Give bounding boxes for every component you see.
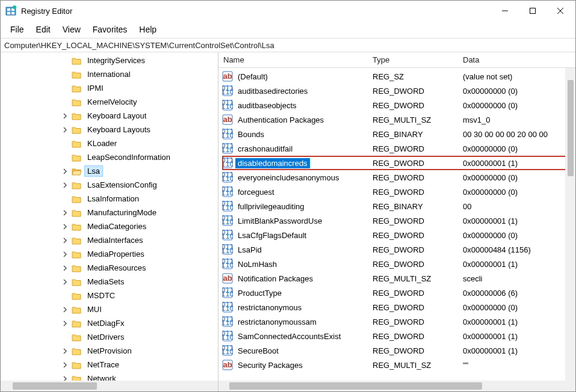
- value-row[interactable]: LsaCfgFlagsDefaultREG_DWORD0x00000000 (0…: [222, 228, 575, 242]
- expand-icon[interactable]: [61, 250, 69, 259]
- expand-icon[interactable]: [61, 361, 69, 369]
- binary-value-icon: [222, 172, 233, 183]
- maximize-button[interactable]: [519, 1, 547, 21]
- value-row[interactable]: Authentication PackagesREG_MULTI_SZmsv1_…: [222, 112, 575, 127]
- menu-file[interactable]: File: [4, 22, 30, 37]
- col-header-data[interactable]: Data: [463, 55, 575, 64]
- expand-icon[interactable]: [61, 278, 69, 286]
- expand-icon[interactable]: [61, 264, 69, 272]
- folder-icon: [72, 264, 81, 272]
- tree-item[interactable]: IntegrityServices: [4, 54, 218, 67]
- value-row[interactable]: LimitBlankPasswordUseREG_DWORD0x00000001…: [222, 213, 575, 228]
- scrollbar-thumb[interactable]: [229, 382, 482, 390]
- value-row[interactable]: SamConnectedAccountsExistREG_DWORD0x0000…: [222, 329, 575, 343]
- scrollbar-thumb[interactable]: [568, 80, 574, 176]
- minimize-button[interactable]: [491, 1, 519, 21]
- value-v-scrollbar[interactable]: [565, 68, 575, 381]
- value-data: 0x00000000 (0): [463, 101, 575, 110]
- folder-icon: [72, 222, 81, 231]
- tree-scroll-area[interactable]: IntegrityServicesInternationalIPMIKernel…: [1, 52, 218, 381]
- value-row[interactable]: ProductTypeREG_DWORD0x00000006 (6): [222, 286, 575, 300]
- value-row[interactable]: auditbasedirectoriesREG_DWORD0x00000000 …: [222, 84, 575, 98]
- value-row[interactable]: BoundsREG_BINARY00 30 00 00 00 20 00 00: [222, 127, 575, 141]
- tree-item[interactable]: NetDiagFx: [4, 316, 218, 330]
- value-row[interactable]: Security PackagesREG_MULTI_SZ"": [222, 358, 575, 372]
- folder-icon: [72, 361, 81, 369]
- value-type: REG_DWORD: [373, 332, 463, 341]
- tree-item-label: KLoader: [85, 138, 119, 149]
- tree-item-label: LsaInformation: [85, 194, 141, 204]
- menu-help[interactable]: Help: [133, 22, 163, 37]
- tree-h-scrollbar[interactable]: [1, 381, 218, 391]
- expand-icon[interactable]: [61, 112, 69, 120]
- expand-icon[interactable]: [61, 305, 69, 314]
- value-row[interactable]: fullprivilegeauditingREG_BINARY00: [222, 199, 575, 213]
- value-row[interactable]: (Default)REG_SZ(value not set): [222, 69, 575, 84]
- value-row[interactable]: restrictanonymoussamREG_DWORD0x00000001 …: [222, 314, 575, 329]
- close-button[interactable]: [547, 1, 574, 21]
- value-name-cell: fullprivilegeauditing: [222, 201, 373, 212]
- expand-icon[interactable]: [61, 209, 69, 217]
- value-row[interactable]: restrictanonymousREG_DWORD0x00000000 (0): [222, 300, 575, 314]
- col-header-name[interactable]: Name: [221, 55, 373, 64]
- expand-icon[interactable]: [61, 181, 69, 189]
- tree-item[interactable]: Keyboard Layouts: [4, 123, 218, 136]
- value-name: Authentication Packages: [235, 115, 326, 125]
- value-row[interactable]: disabledomaincredsREG_DWORD0x00000001 (1…: [222, 156, 575, 170]
- value-row[interactable]: LsaPidREG_DWORD0x00000484 (1156): [222, 242, 575, 257]
- scrollbar-thumb[interactable]: [13, 382, 97, 390]
- tree-item[interactable]: IPMI: [4, 81, 218, 95]
- value-row[interactable]: NoLmHashREG_DWORD0x00000001 (1): [222, 257, 575, 271]
- value-name: auditbaseobjects: [235, 100, 299, 111]
- folder-icon: [72, 250, 81, 259]
- expand-icon[interactable]: [61, 375, 69, 381]
- menu-view[interactable]: View: [57, 22, 87, 37]
- tree-item[interactable]: Keyboard Layout: [4, 109, 218, 123]
- tree-item[interactable]: MUI: [4, 302, 218, 316]
- tree-item[interactable]: KernelVelocity: [4, 95, 218, 109]
- expand-icon[interactable]: [61, 126, 69, 134]
- tree-item[interactable]: KLoader: [4, 136, 218, 150]
- value-row[interactable]: auditbaseobjectsREG_DWORD0x00000000 (0): [222, 98, 575, 112]
- expand-icon[interactable]: [61, 236, 69, 245]
- tree-item[interactable]: NetProvision: [4, 344, 218, 358]
- tree-item[interactable]: LsaExtensionConfig: [4, 178, 218, 192]
- tree-item[interactable]: LeapSecondInformation: [4, 150, 218, 164]
- tree-item[interactable]: International: [4, 67, 218, 81]
- tree-item[interactable]: MediaProperties: [4, 247, 218, 261]
- tree-item[interactable]: MediaInterfaces: [4, 233, 218, 247]
- tree-item[interactable]: Lsa: [4, 164, 218, 178]
- value-row[interactable]: Notification PackagesREG_MULTI_SZscecli: [222, 271, 575, 286]
- tree-item[interactable]: ManufacturingMode: [4, 206, 218, 219]
- address-bar[interactable]: Computer\HKEY_LOCAL_MACHINE\SYSTEM\Curre…: [1, 38, 575, 52]
- tree-item[interactable]: LsaInformation: [4, 192, 218, 206]
- value-row[interactable]: forceguestREG_DWORD0x00000000 (0): [222, 185, 575, 199]
- value-row[interactable]: crashonauditfailREG_DWORD0x00000000 (0): [222, 141, 575, 156]
- main-panes: IntegrityServicesInternationalIPMIKernel…: [1, 52, 575, 391]
- menu-favorites[interactable]: Favorites: [87, 22, 134, 37]
- expand-icon[interactable]: [61, 347, 69, 355]
- tree-item[interactable]: MediaCategories: [4, 219, 218, 233]
- tree-item[interactable]: Network: [4, 372, 218, 381]
- tree-item[interactable]: NetTrace: [4, 358, 218, 372]
- value-data: 0x00000000 (0): [463, 173, 575, 182]
- expand-icon[interactable]: [61, 319, 69, 328]
- folder-icon: [72, 195, 81, 203]
- folder-icon: [72, 181, 81, 189]
- tree-item[interactable]: NetDrivers: [4, 330, 218, 344]
- value-type: REG_MULTI_SZ: [373, 361, 463, 370]
- tree-item[interactable]: MediaSets: [4, 275, 218, 289]
- value-row[interactable]: everyoneincludesanonymousREG_DWORD0x0000…: [222, 170, 575, 185]
- expand-icon[interactable]: [61, 167, 69, 176]
- tree-item[interactable]: MediaResources: [4, 261, 218, 275]
- expand-icon[interactable]: [61, 222, 69, 231]
- value-h-scrollbar[interactable]: [218, 381, 575, 391]
- value-scroll-area[interactable]: (Default)REG_SZ(value not set)auditbased…: [218, 68, 575, 381]
- menu-edit[interactable]: Edit: [30, 22, 57, 37]
- value-data: scecli: [463, 274, 575, 283]
- tree-item[interactable]: MSDTC: [4, 289, 218, 302]
- col-header-type[interactable]: Type: [373, 55, 463, 64]
- tree-pane: IntegrityServicesInternationalIPMIKernel…: [1, 52, 218, 391]
- binary-value-icon: [222, 215, 233, 226]
- value-row[interactable]: SecureBootREG_DWORD0x00000001 (1): [222, 343, 575, 358]
